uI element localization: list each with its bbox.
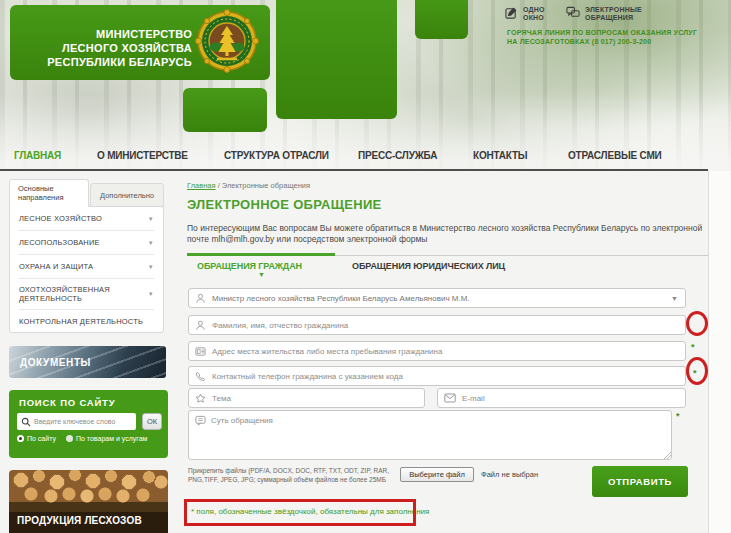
message-bubble-icon: [195, 415, 206, 426]
documents-banner-label: ДОКУМЕНТЫ: [20, 357, 91, 368]
breadcrumb-home-link[interactable]: Главная: [187, 181, 216, 190]
phone-icon: [195, 371, 206, 382]
sidebar-item-label: КОНТРОЛЬНАЯ ДЕЯТЕЛЬНОСТЬ: [19, 317, 143, 326]
subject-input[interactable]: [212, 394, 424, 403]
phone-field: [188, 366, 686, 386]
sidebar-item-label: ОХРАНА И ЗАЩИТА: [19, 262, 93, 271]
radio-search-goods[interactable]: По товарам и услугам: [66, 435, 147, 442]
sidebar-item-label: ЛЕСНОЕ ХОЗЯЙСТВО: [19, 214, 102, 223]
annotation-ellipse-fio: [686, 311, 708, 336]
electronic-appeals-link[interactable]: ЭЛЕКТРОННЫЕ ОБРАЩЕНИЯ: [566, 6, 647, 21]
documents-banner[interactable]: ДОКУМЕНТЫ: [9, 346, 166, 378]
hotline-line1: ГОРЯЧАЯ ЛИНИЯ ПО ВОПРОСАМ ОКАЗАНИЯ УСЛУГ: [507, 28, 725, 37]
hotline-text: ГОРЯЧАЯ ЛИНИЯ ПО ВОПРОСАМ ОКАЗАНИЯ УСЛУГ…: [507, 28, 725, 46]
nav-item-press-service[interactable]: ПРЕСС-СЛУЖБА: [358, 150, 437, 161]
page: МИНИСТЕРСТВО ЛЕСНОГО ХОЗЯЙСТВА РЕСПУБЛИК…: [0, 0, 731, 533]
ministry-name-line3: РЕСПУБЛИКИ БЕЛАРУСЬ: [22, 55, 192, 69]
search-ok-button[interactable]: ОК: [142, 413, 162, 430]
page-right-gutter: [709, 171, 731, 533]
nav-item-industry-media[interactable]: ОТРАСЛЕВЫЕ СМИ: [568, 150, 662, 161]
ministry-banner: МИНИСТЕРСТВО ЛЕСНОГО ХОЗЯЙСТВА РЕСПУБЛИК…: [10, 5, 270, 80]
ministry-name-line2: ЛЕСНОГО ХОЗЯЙСТВА: [22, 41, 192, 55]
search-title: ПОИСК ПО САЙТУ: [19, 397, 115, 408]
speech-bubbles-icon: [566, 6, 580, 19]
ministry-name: МИНИСТЕРСТВО ЛЕСНОГО ХОЗЯЙСТВА РЕСПУБЛИК…: [22, 27, 192, 69]
active-tab-caret-icon: ▼: [258, 271, 265, 278]
subject-field: [188, 388, 425, 408]
one-window-link[interactable]: ОДНО ОКНО: [505, 6, 553, 21]
submit-button[interactable]: ОТПРАВИТЬ: [592, 466, 688, 497]
nav-divider-line: [0, 169, 708, 171]
no-file-chosen-label: Файл не выбран: [481, 470, 538, 479]
sidebar-item-label: ОХОТХОЗЯЙСТВЕННАЯ ДЕЯТЕЛЬНОСТЬ: [19, 285, 137, 303]
search-input[interactable]: [34, 418, 134, 425]
radio-unchecked-icon: [66, 435, 73, 442]
attach-files-note: Прикрепить файлы (PDF/A, DOCX, DOC, RTF,…: [188, 467, 395, 484]
search-scope-radios: По сайту По товарам и услугам: [17, 435, 147, 442]
tab-legal-entity-appeals[interactable]: ОБРАЩЕНИЯ ЮРИДИЧЕСКИХ ЛИЦ: [352, 261, 505, 271]
fio-field: [188, 315, 686, 335]
header-decor-block-under-logo: [183, 88, 267, 132]
fio-input[interactable]: [212, 321, 685, 330]
choose-file-button[interactable]: Выберите файл: [400, 467, 474, 482]
recipient-select[interactable]: Министр лесного хозяйства Республики Бел…: [188, 288, 686, 308]
header-forest-background: МИНИСТЕРСТВО ЛЕСНОГО ХОЗЯЙСТВА РЕСПУБЛИК…: [0, 0, 731, 169]
radio-checked-icon: [17, 435, 24, 442]
one-window-label: ОДНО ОКНО: [523, 6, 553, 21]
radio-site-label: По сайту: [27, 435, 56, 442]
breadcrumb-current: Электронные обращения: [222, 181, 310, 190]
ministry-name-line1: МИНИСТЕРСТВО: [22, 27, 192, 41]
nav-item-industry-structure[interactable]: СТРУКТУРА ОТРАСЛИ: [224, 150, 329, 161]
chevron-down-icon: ▼: [148, 240, 154, 246]
chevron-down-icon: ▼: [148, 216, 154, 222]
header-decor-block-small: [415, 0, 468, 39]
ministry-emblem-logo: [195, 9, 259, 73]
sidebar-item-hunting-activity[interactable]: ОХОТХОЗЯЙСТВЕННАЯ ДЕЯТЕЛЬНОСТЬ ▼: [19, 279, 154, 310]
header-decor-block-center: [276, 0, 397, 119]
radio-search-site[interactable]: По сайту: [17, 435, 56, 442]
electronic-appeals-label: ЭЛЕКТРОННЫЕ ОБРАЩЕНИЯ: [585, 6, 647, 21]
hotline-line2: НА ЛЕСОЗАГОТОВКАХ (8 017) 200-3-200: [507, 37, 725, 46]
email-field: [437, 388, 686, 408]
address-input[interactable]: [212, 347, 685, 356]
sidebar-tab-additional[interactable]: Дополнительно: [90, 183, 164, 207]
radio-goods-label: По товарам и услугам: [76, 435, 147, 442]
site-search-box: ПОИСК ПО САЙТУ ОК По сайту По товарам и …: [9, 390, 168, 458]
address-field: [188, 341, 686, 361]
message-textarea[interactable]: [188, 410, 672, 460]
phone-input[interactable]: [212, 372, 685, 381]
search-icon: [21, 417, 31, 427]
nav-item-home[interactable]: ГЛАВНАЯ: [14, 150, 61, 161]
active-tab-indicator: [187, 253, 335, 256]
person-icon: [195, 293, 206, 304]
annotation-ellipse-phone: [686, 357, 708, 385]
chevron-down-icon: ▼: [148, 264, 154, 270]
sidebar-item-forestry[interactable]: ЛЕСНОЕ ХОЗЯЙСТВО ▼: [19, 207, 154, 231]
select-caret-icon: ▼: [671, 295, 678, 302]
sidebar-item-protection[interactable]: ОХРАНА И ЗАЩИТА ▼: [19, 255, 154, 279]
nav-item-about-ministry[interactable]: О МИНИСТЕРСТВЕ: [97, 150, 188, 161]
message-field: [188, 410, 672, 460]
page-title: ЭЛЕКТРОННОЕ ОБРАЩЕНИЕ: [187, 197, 382, 212]
search-input-wrap: [17, 413, 136, 430]
annotation-rect-required-note: [184, 499, 416, 526]
envelope-icon: [444, 393, 456, 403]
pencil-square-icon: [505, 6, 518, 19]
person-icon: [195, 320, 206, 331]
recipient-selected-value: Министр лесного хозяйства Республики Бел…: [212, 294, 470, 303]
breadcrumb: Главная / Электронные обращения: [187, 181, 310, 190]
products-banner-label: ПРОДУКЦИЯ ЛЕСХОЗОВ: [17, 515, 142, 526]
sidebar-item-forest-use[interactable]: ЛЕСОПОЛЬЗОВАНИЕ ▼: [19, 231, 154, 255]
sidebar-tab-main-directions[interactable]: Основные направления: [9, 179, 89, 207]
email-input[interactable]: [462, 394, 685, 403]
nav-item-contacts[interactable]: КОНТАКТЫ: [473, 150, 527, 161]
sidebar-item-label: ЛЕСОПОЛЬЗОВАНИЕ: [19, 238, 100, 247]
forestry-products-banner[interactable]: ПРОДУКЦИЯ ЛЕСХОЗОВ: [9, 470, 168, 533]
tab-citizen-appeals[interactable]: ОБРАЩЕНИЯ ГРАЖДАН: [197, 261, 302, 271]
required-asterisk-message: *: [676, 411, 680, 421]
address-card-icon: [195, 346, 206, 357]
sidebar-item-control-activity[interactable]: КОНТРОЛЬНАЯ ДЕЯТЕЛЬНОСТЬ: [19, 310, 154, 333]
star-icon: [195, 393, 206, 404]
required-asterisk-address: *: [691, 342, 695, 352]
chevron-down-icon: ▼: [148, 291, 154, 297]
